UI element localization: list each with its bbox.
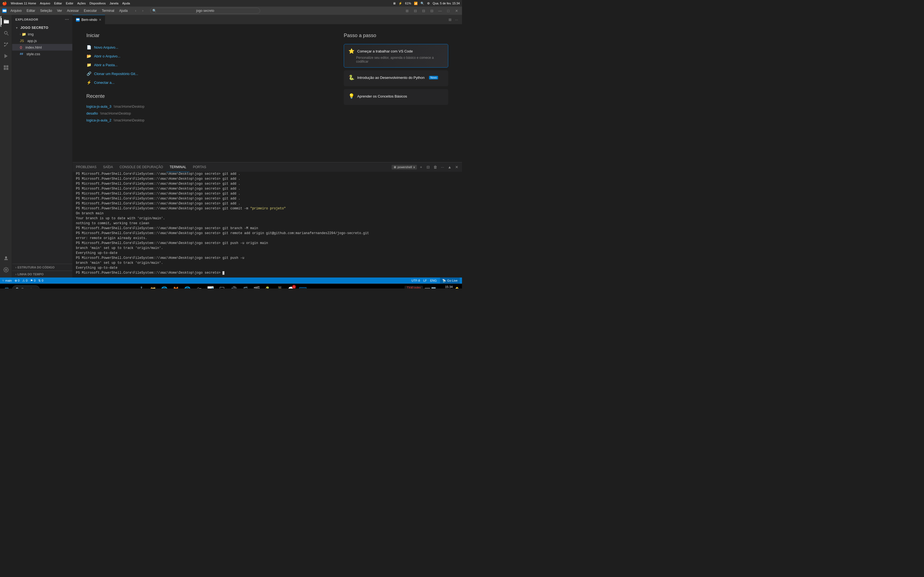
taskbar-app-files[interactable]: 📁 [148,284,158,289]
taskbar-app-netflix[interactable]: 🎬 [252,284,262,289]
tab-terminal[interactable]: TERMINAL [166,163,190,172]
welcome-item-clone[interactable]: 🔗 Clonar um Repositório Git... [86,70,327,77]
taskbar-search[interactable]: 🔍 Pesquisar [12,285,40,289]
start-button[interactable]: ⊞ [2,285,11,289]
acoes-menu[interactable]: Ações [77,2,86,5]
layout-btn3[interactable]: ⊟ [420,7,427,14]
tree-item-stylecss[interactable]: ## style.css [12,50,72,57]
taskbar-time[interactable]: 15:34 05/02/2025 [438,285,453,288]
split-editor-btn[interactable]: ⊞ [447,16,453,23]
taskbar-app-edge[interactable]: 🌐 [183,284,192,289]
activity-extensions[interactable] [0,62,11,73]
taskbar-app-vscode[interactable]: ⌨ [298,284,308,289]
welcome-item-connect[interactable]: ⚡ Conectar a... [86,79,327,86]
menu-ver[interactable]: Ver [55,8,64,13]
activity-run[interactable] [0,50,11,61]
app-name[interactable]: Windows 11 Home [11,2,36,5]
tree-item-indexhtml[interactable]: {} index.html [12,44,72,50]
more-terminal-btn[interactable]: ··· [439,164,446,170]
taskbar-app-firefox[interactable]: 🦊 [171,284,181,289]
git-branch[interactable]: ⑂ main [2,279,12,282]
recent-item-0[interactable]: logica-js-aula_3 \\mac\Home\Desktop [86,103,327,110]
taskbar-app-excel[interactable]: 📊 [206,284,216,289]
welcome-item-new-file[interactable]: 📄 Novo Arquivo... [86,44,327,50]
forward-button[interactable]: › [140,8,146,14]
taskbar-app-ship[interactable]: ⚓ [136,284,146,289]
search-icon[interactable]: 🔍 [420,2,424,5]
titlebar-search-wrapper[interactable]: 🔍 [150,8,260,14]
activity-explorer[interactable] [0,16,11,27]
welcome-item-open-folder[interactable]: 📁 Abrir a Pasta... [86,61,327,68]
taskbar-app-bitdefender[interactable]: 🛡 [217,284,227,289]
activity-search[interactable] [0,27,11,39]
dispositivos-menu[interactable]: Dispositivos [89,2,106,5]
janela-menu[interactable]: Janela [110,2,118,5]
warning-count[interactable]: ⚠ 0 [22,279,27,282]
tab-welcome-close[interactable]: ✕ [99,18,102,22]
taskbar-app-phone[interactable]: 📱 [275,284,285,289]
info-count[interactable]: ⚑ 0 [30,279,36,282]
encoding[interactable]: UTF-8 [411,279,420,282]
error-count[interactable]: ⊗ 0 [15,279,19,282]
minimize-btn[interactable]: — [437,7,443,14]
welcome-item-open-file[interactable]: 📂 Abrir o Arquivo... [86,53,327,60]
tab-problems[interactable]: PROBLEMAS [73,163,100,172]
menu-ajuda[interactable]: Ajuda [117,8,130,13]
ajuda-menu[interactable]: Ajuda [123,2,130,5]
go-live-btn[interactable]: 📡 Go Live [440,277,460,284]
sidebar-section-structure[interactable]: › ESTRUTURA DO CÓDIGO [12,264,72,271]
ticker-widget[interactable]: TX40 index +1.08% [404,286,423,289]
maximize-btn[interactable]: □ [445,7,452,14]
ps-dropdown[interactable]: ∨ [413,165,415,169]
control-icon[interactable]: ⚙ [427,2,430,5]
taskbar-app-chrome[interactable]: 🌐 [160,284,170,289]
tab-console[interactable]: CONSOLE DE DEPURAÇÃO [116,163,166,172]
step-card-0[interactable]: ⭐ Começar a trabalhar com VS Code Person… [344,44,448,68]
back-button[interactable]: ‹ [132,8,139,14]
tab-more-btn[interactable]: ··· [453,16,460,23]
activity-settings[interactable] [0,264,11,275]
sidebar-more-button[interactable]: ··· [65,17,69,22]
terminal-content[interactable]: PS Microsoft.PowerShell.Core\FileSystem:… [73,172,462,277]
tab-portas[interactable]: PORTAS [189,163,209,172]
language[interactable]: ENG [430,279,437,282]
menu-selecao[interactable]: Seleção [38,8,54,13]
remote-count[interactable]: ⇅ 0 [38,279,43,282]
new-terminal-btn[interactable]: + [418,164,424,170]
tab-saida[interactable]: SAÍDA [100,163,116,172]
taskbar-app-explorer[interactable]: 🗂 [194,284,204,289]
notification-icon[interactable]: 🔔 [454,287,460,288]
line-ending[interactable]: LF [423,279,427,282]
layout-btn2[interactable]: ⊟ [412,7,418,14]
menu-terminal[interactable]: Terminal [100,8,116,13]
maximize-terminal-btn[interactable]: ▲ [447,164,453,170]
split-terminal-btn[interactable]: ⊟ [425,164,431,170]
search-input[interactable] [150,8,260,14]
menu-executar[interactable]: Executar [82,8,99,13]
close-terminal-btn[interactable]: ✕ [454,164,460,170]
step-card-2[interactable]: 💡 Aprender os Conceitos Básicos [344,89,448,105]
apple-icon[interactable]: 🍎 [2,1,7,5]
tab-welcome[interactable]: ⌨ Bem-vindo ✕ [73,15,105,24]
sidebar-section-timeline[interactable]: › LINHA DO TEMPO [12,271,72,277]
recent-item-1[interactable]: desafio \\mac\Home\Desktop [86,110,327,116]
taskbar-app-audio[interactable]: 🔊 [229,284,239,289]
layout-btn1[interactable]: ⊞ [404,7,410,14]
close-btn[interactable]: ✕ [453,7,460,14]
activity-account[interactable] [0,253,11,264]
recent-item-2[interactable]: logica-js-aula_2 \\mac\Home\Desktop [86,117,327,123]
layout-btn4[interactable]: ⊟ [428,7,435,14]
exibir-menu[interactable]: Exibir [66,2,73,5]
tree-item-img[interactable]: › 📁 img [12,31,72,37]
step-card-1[interactable]: 🐍 Introdução ao Desenvolvimento do Pytho… [344,70,448,86]
taskbar-app-whatsapp[interactable]: 💬 1 [286,284,296,289]
editar-menu[interactable]: Editar [54,2,62,5]
project-folder[interactable]: ▼ JOGO SECRETO [12,24,72,31]
tree-item-appjs[interactable]: JS app.js [12,37,72,44]
activity-source-control[interactable] [0,39,11,50]
arquivo-menu[interactable]: Arquivo [40,2,50,5]
taskbar-app-python[interactable]: 🐍 [263,284,273,289]
trash-btn[interactable]: 🗑 [432,164,438,170]
menu-editar[interactable]: Editar [24,8,37,13]
menu-acessar[interactable]: Acessar [65,8,81,13]
